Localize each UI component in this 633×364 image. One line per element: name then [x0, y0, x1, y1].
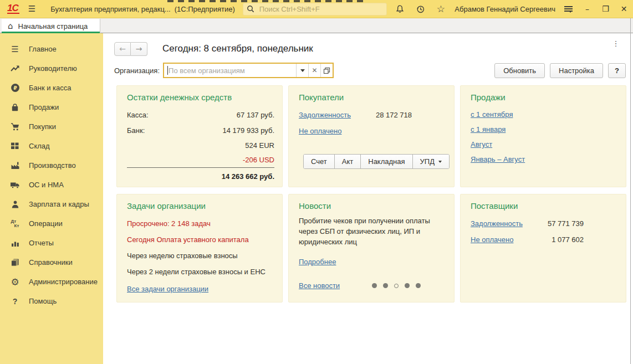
sidebar-item-label: Операции [29, 219, 63, 228]
sidebar-item-spravochniki[interactable]: Справочники [0, 253, 103, 272]
more-menu-icon[interactable]: ⋮ [612, 42, 620, 45]
card-suppliers: Поставщики Задолженность57 771 739 Не оп… [460, 194, 626, 303]
history-icon[interactable] [415, 4, 425, 14]
trend-icon [9, 64, 21, 74]
service-menu-icon[interactable] [564, 6, 573, 13]
main-menu-icon[interactable]: ☰ [28, 4, 35, 14]
organization-label: Организация: [114, 66, 160, 75]
waybill-button[interactable]: Накладная [361, 155, 412, 168]
card-title: Поставщики [471, 201, 618, 211]
sidebar-item-label: Справочники [29, 258, 73, 266]
nav-back-button[interactable]: ← [114, 42, 131, 56]
buyers-debt-value: 28 172 718 [376, 111, 412, 119]
help-button[interactable]: ? [608, 63, 626, 78]
cart-icon [9, 122, 21, 132]
card-title: Продажи [471, 93, 618, 102]
window-close-button[interactable]: ✕ [615, 2, 633, 16]
menu-icon: ☰ [9, 44, 21, 54]
card-sales: Продажи с 1 сентября с 1 января Август Я… [460, 85, 626, 187]
card-buyers: Покупатели Задолженность28 172 718 Не оп… [288, 85, 455, 187]
sidebar-item-pokupki[interactable]: Покупки [0, 117, 103, 136]
sidebar-item-label: Продажи [29, 103, 59, 111]
buyers-unpaid-link[interactable]: Не оплачено [299, 127, 341, 135]
sales-since-jan-link[interactable]: с 1 января [471, 125, 506, 134]
organization-clear-button[interactable]: ✕ [308, 64, 320, 77]
organization-dropdown-button[interactable] [296, 64, 308, 77]
buyers-debt-link[interactable]: Задолженность [299, 111, 351, 119]
suppliers-unpaid-value: 1 077 602 [552, 235, 584, 244]
sidebar-item-label: Производство [29, 161, 76, 170]
task-today[interactable]: Сегодня Оплата уставного капитала [127, 232, 274, 248]
sidebar-item-prodazhi[interactable]: Продажи [0, 98, 103, 117]
tab-home-page[interactable]: ⌂ Начальная страница [2, 19, 100, 33]
sidebar-item-proizvodstvo[interactable]: Производство [0, 156, 103, 175]
cash-total: 14 263 662 руб. [222, 172, 274, 181]
back-arrow-icon: ← [119, 44, 126, 53]
total-separator [127, 167, 274, 168]
sidebar-item-os-i-nma[interactable]: ОС и НМА [0, 175, 103, 194]
organization-open-button[interactable] [320, 64, 333, 77]
card-title: Задачи организации [127, 201, 274, 211]
truck-icon [9, 180, 21, 190]
news-dot-3-current[interactable] [394, 284, 399, 288]
dtkt-icon: ДтКт [9, 219, 21, 229]
task-week[interactable]: Через неделю страховые взносы [127, 248, 274, 264]
sidebar-item-sklad[interactable]: Склад [0, 136, 103, 156]
current-user[interactable]: Абрамов Геннадий Сергеевич [455, 5, 555, 13]
favorites-star-icon[interactable]: ☆ [436, 4, 446, 14]
barchart-icon [9, 238, 21, 248]
ruble-icon: ₽ [9, 83, 21, 93]
organization-input[interactable] [164, 64, 296, 77]
sales-jan-aug-link[interactable]: Январь – Август [471, 155, 525, 163]
refresh-button[interactable]: Обновить [494, 63, 545, 78]
news-dot-2[interactable] [383, 283, 388, 288]
all-tasks-link[interactable]: Все задачи организации [127, 285, 208, 293]
news-dot-1[interactable] [372, 283, 377, 288]
upd-dropdown-button[interactable]: УПД [413, 155, 449, 168]
settings-button[interactable]: Настройка [550, 63, 603, 78]
task-overdue[interactable]: Просрочено: 2 148 задач [127, 216, 274, 232]
sidebar-item-label: Помощь [29, 297, 57, 305]
news-headline[interactable]: Пробитие чеков при получении оплаты чере… [299, 216, 450, 247]
news-more-link[interactable]: Подробнее [299, 258, 336, 266]
warehouse-icon [9, 141, 21, 151]
notifications-bell-icon[interactable] [395, 4, 405, 14]
global-search[interactable] [243, 3, 387, 16]
suppliers-unpaid-link[interactable]: Не оплачено [471, 235, 513, 244]
sidebar-item-otchety[interactable]: Отчеты [0, 233, 103, 253]
suppliers-debt-link[interactable]: Задолженность [471, 219, 523, 228]
titlebar: 1С ☰ Бухгалтерия предприятия, редакц... … [0, 0, 633, 18]
sidebar-item-rukovoditelyu[interactable]: Руководителю [0, 59, 103, 78]
sidebar-item-administrirovanie[interactable]: ⚙ Администрирование [0, 272, 103, 291]
svg-text:₽: ₽ [13, 85, 17, 91]
sidebar-item-zarplata-i-kadry[interactable]: Зарплата и кадры [0, 194, 103, 214]
forward-arrow-icon: → [136, 44, 142, 53]
news-dot-5[interactable] [416, 283, 421, 288]
window-minimize-button[interactable]: – [578, 2, 596, 16]
news-dot-4[interactable] [405, 283, 410, 288]
sidebar-item-bank-i-kassa[interactable]: ₽ Банк и касса [0, 78, 103, 98]
window-maximize-button[interactable]: ❒ [596, 2, 615, 16]
tab-bar: ⌂ Начальная страница [0, 18, 633, 33]
sidebar-item-label: Руководителю [29, 64, 77, 73]
sidebar-item-label: Отчеты [29, 239, 54, 247]
all-news-link[interactable]: Все новости [299, 281, 340, 290]
active-tab-underline [2, 32, 100, 33]
act-button[interactable]: Акт [335, 155, 361, 168]
sales-august-link[interactable]: Август [471, 140, 492, 148]
help-icon: ? [9, 296, 21, 306]
invoice-button[interactable]: Счет [304, 155, 335, 168]
sidebar-item-pomosch[interactable]: ? Помощь [0, 291, 103, 311]
sidebar-item-label: Склад [29, 142, 50, 150]
task-two-weeks[interactable]: Через 2 недели страховые взносы и ЕНС [127, 264, 274, 280]
window-right-edge [630, 18, 631, 364]
person-icon [9, 199, 21, 209]
card-news: Новости Пробитие чеков при получении опл… [288, 194, 455, 303]
nav-forward-button[interactable]: → [131, 42, 147, 56]
all-balances-link[interactable]: Все остатки [127, 186, 166, 188]
sidebar-item-operacii[interactable]: ДтКт Операции [0, 214, 103, 233]
sidebar-item-glavnoe[interactable]: ☰ Главное [0, 39, 103, 59]
page-title: Сегодня: 8 сентября, понедельник [162, 43, 313, 54]
search-input[interactable] [255, 3, 384, 15]
sales-since-sept-link[interactable]: с 1 сентября [471, 110, 513, 119]
